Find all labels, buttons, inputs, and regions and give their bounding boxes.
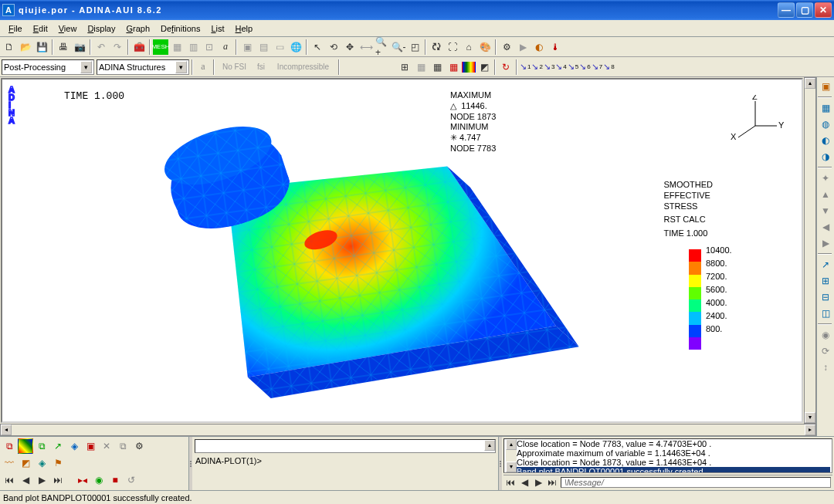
colorbar-icon[interactable]: [462, 62, 476, 73]
nav2-icon[interactable]: ↕: [818, 360, 833, 375]
flag-icon[interactable]: ⚑: [50, 455, 66, 471]
vertical-scrollbar[interactable]: ▴ ▾: [804, 77, 816, 424]
shaded-icon[interactable]: ◍: [818, 117, 833, 132]
zoom-out-icon[interactable]: 🔍-: [391, 39, 406, 55]
viewport-canvas[interactable]: ADINA TIME 1.000 MAXIMUM △ 11446. NODE 1…: [1, 78, 803, 423]
iso-icon[interactable]: ▣: [83, 438, 98, 454]
message-field[interactable]: \Message/: [561, 477, 831, 488]
no-fsi-button[interactable]: No FSI: [217, 59, 252, 75]
num7-icon[interactable]: ↘7: [592, 62, 602, 72]
menu-graph[interactable]: Graph: [120, 22, 155, 35]
temp-icon[interactable]: 🌡: [548, 39, 563, 55]
last-frame-icon[interactable]: ⏭: [50, 472, 66, 488]
minimize-button[interactable]: —: [778, 2, 795, 18]
home-icon[interactable]: ⌂: [461, 39, 476, 55]
point-icon[interactable]: ⊡: [202, 39, 217, 55]
horizontal-scrollbar[interactable]: ◂ ▸: [0, 424, 816, 436]
fit-view-icon[interactable]: ▣: [818, 79, 833, 94]
arrow-icon[interactable]: ↖: [310, 39, 325, 55]
scroll-down-icon[interactable]: ▾: [805, 412, 815, 423]
down-icon[interactable]: ▼: [818, 203, 833, 218]
table-icon[interactable]: ⊞: [397, 59, 412, 75]
zoom-window-icon[interactable]: ◰: [407, 39, 422, 55]
grid-red-icon[interactable]: ▦: [446, 59, 461, 75]
dropdown-icon[interactable]: ▾: [175, 61, 187, 73]
close-button[interactable]: ✕: [815, 2, 832, 18]
up-icon[interactable]: ▲: [818, 187, 833, 202]
log-scroll-down-icon[interactable]: ▾: [506, 462, 517, 472]
a-icon[interactable]: a: [195, 59, 211, 75]
grid1-icon[interactable]: ▦: [413, 59, 429, 75]
undo-icon[interactable]: ↶: [93, 39, 109, 55]
history-up-icon[interactable]: ▴: [484, 440, 495, 451]
num4-icon[interactable]: ↘4: [555, 62, 566, 72]
prev-frame-icon[interactable]: ◀: [18, 472, 33, 488]
grid-icon[interactable]: ▦: [169, 39, 185, 55]
zoom-in-icon[interactable]: 🔍+: [375, 39, 390, 55]
fsi-button[interactable]: fsi: [253, 59, 270, 75]
tensor-icon[interactable]: ◈: [66, 438, 82, 454]
log-output[interactable]: ▴ ▾ Close location = Node 7783, value = …: [503, 438, 832, 473]
layer-icon[interactable]: ▤: [256, 39, 271, 55]
transparent-icon[interactable]: ◑: [818, 149, 833, 164]
run-icon[interactable]: ▶: [515, 39, 531, 55]
pan-icon[interactable]: ✥: [342, 39, 358, 55]
first-frame-icon[interactable]: ⏮: [2, 472, 17, 488]
plot-del-icon[interactable]: ✕: [99, 438, 114, 454]
menu-list[interactable]: List: [205, 22, 229, 35]
print-icon[interactable]: 🖶: [56, 39, 71, 55]
num3-icon[interactable]: ↘3: [544, 62, 554, 72]
msg-first-icon[interactable]: ⏮: [503, 476, 517, 489]
wheel-icon[interactable]: ◉: [818, 327, 833, 343]
vector-icon[interactable]: ↗: [50, 438, 66, 454]
save-icon[interactable]: 💾: [34, 39, 49, 55]
msg-last-icon[interactable]: ⏭: [545, 476, 559, 489]
msg-next-icon[interactable]: ▶: [531, 476, 545, 489]
num1-icon[interactable]: ↘1: [520, 62, 531, 72]
command-history-line[interactable]: ▴: [195, 439, 496, 453]
plot-opt-icon[interactable]: ⚙: [131, 438, 147, 454]
orbit-icon[interactable]: 🌐: [288, 39, 303, 55]
plot-style3-icon[interactable]: ⧉: [34, 438, 49, 454]
num6-icon[interactable]: ↘6: [579, 62, 590, 72]
menu-view[interactable]: View: [53, 22, 83, 35]
persp-icon[interactable]: ◫: [818, 306, 833, 321]
open-icon[interactable]: 📂: [18, 39, 33, 55]
group-icon[interactable]: ▣: [239, 39, 255, 55]
loop-icon[interactable]: ↺: [124, 472, 139, 488]
trace-icon[interactable]: 〰: [2, 455, 17, 471]
play-icon[interactable]: ▸◂: [75, 472, 90, 488]
menu-definitions[interactable]: Definitions: [155, 22, 205, 35]
wire-icon[interactable]: ▦: [818, 100, 833, 116]
menu-display[interactable]: Display: [82, 22, 120, 35]
new-icon[interactable]: 🗋: [2, 39, 17, 55]
num8-icon[interactable]: ↘8: [603, 62, 614, 72]
stop-icon[interactable]: ■: [107, 472, 123, 488]
refresh-icon[interactable]: 🗘: [429, 39, 444, 55]
maximize-button[interactable]: ▢: [796, 2, 813, 18]
iso-xz-icon[interactable]: ⊞: [818, 273, 833, 289]
toolbox-icon[interactable]: 🧰: [131, 39, 147, 55]
right-icon[interactable]: ▶: [818, 235, 833, 251]
color-icon[interactable]: 🎨: [477, 39, 493, 55]
scroll-right-icon[interactable]: ▸: [805, 425, 815, 435]
module-combo[interactable]: ADINA Structures ▾: [97, 59, 189, 75]
move-icon[interactable]: ⟷: [358, 39, 374, 55]
log-scroll-up-icon[interactable]: ▴: [506, 439, 517, 450]
rotate-icon[interactable]: ⟲: [326, 39, 341, 55]
rec-icon[interactable]: ◉: [91, 472, 107, 488]
element-icon[interactable]: ▥: [185, 39, 201, 55]
left-icon[interactable]: ◀: [818, 219, 833, 235]
grid2-icon[interactable]: ▦: [429, 59, 445, 75]
iso-yz-icon[interactable]: ⊟: [818, 289, 833, 305]
redo-icon[interactable]: ↷: [110, 39, 125, 55]
num2-icon[interactable]: ↘2: [531, 62, 542, 72]
shade-icon[interactable]: ◐: [531, 39, 547, 55]
camera-icon[interactable]: 📷: [72, 39, 87, 55]
scroll-left-icon[interactable]: ◂: [1, 425, 12, 435]
direction-icon[interactable]: ✦: [818, 171, 833, 186]
msg-prev-icon[interactable]: ◀: [517, 476, 531, 489]
menu-file[interactable]: File: [3, 22, 28, 35]
menu-help[interactable]: Help: [230, 22, 259, 35]
letter-a-icon[interactable]: a: [218, 39, 233, 55]
